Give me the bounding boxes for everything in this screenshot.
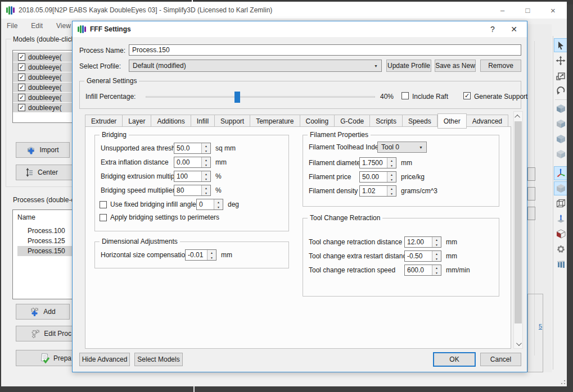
scrollbar-thumb[interactable] — [515, 121, 522, 323]
model-checkbox[interactable]: ✓ — [18, 94, 25, 101]
surface-normal-tool[interactable] — [554, 212, 568, 226]
dialog-scrollbar[interactable] — [513, 111, 523, 349]
bridging-row-label: Unsupported area threshold — [101, 144, 174, 152]
menu-edit[interactable]: Edit — [31, 22, 43, 30]
model-list-item[interactable]: ✓ doubleeye( — [13, 83, 74, 92]
wireframe-tool[interactable] — [554, 197, 568, 211]
processes-list[interactable]: Name Process.100 Process.125 Process.150 — [12, 209, 74, 299]
edit-process-button[interactable]: Edit Proc — [16, 326, 74, 341]
unit-label: sq mm — [215, 144, 236, 152]
fixed-bridging-angle-checkbox[interactable]: ✓ — [100, 201, 107, 208]
infill-slider-handle[interactable] — [234, 92, 240, 103]
filament-diameter-label: Filament diameter — [309, 159, 359, 167]
select-cursor-tool[interactable] — [554, 38, 568, 52]
tab-other[interactable]: Other — [437, 113, 467, 129]
view-cube-4-tool[interactable] — [554, 147, 568, 161]
save-as-new-button[interactable]: Save as New — [435, 60, 476, 72]
process-list-item-selected[interactable]: Process.150 — [17, 246, 73, 256]
process-list-item[interactable]: Process.100 — [17, 226, 74, 236]
scroll-up-button[interactable] — [514, 112, 522, 121]
coordinate-axes-tool[interactable] — [554, 166, 568, 180]
model-list-item[interactable]: ✓ doubleeye( — [13, 103, 74, 112]
model-checkbox[interactable]: ✓ — [18, 74, 25, 81]
bridging-group: Bridging Unsupported area threshold 50.0… — [94, 135, 289, 231]
filament-diameter-spin[interactable]: 1.7500▲▼ — [359, 157, 396, 168]
maximize-button[interactable]: □ — [515, 2, 540, 19]
spin-down-icon: ▼ — [202, 148, 210, 153]
spin-up-icon: ▲ — [432, 237, 441, 242]
profile-dropdown[interactable]: Default (modified) ▼ — [129, 60, 382, 72]
apply-bridging-perimeters-checkbox[interactable]: ✓ — [100, 214, 107, 221]
select-profile-label: Select Profile: — [79, 62, 121, 70]
view-cube-1-tool[interactable] — [554, 102, 568, 116]
model-list-item[interactable]: ✓ doubleeye( — [13, 52, 74, 62]
prepare-to-print-button[interactable]: Prepa — [16, 350, 74, 366]
minimize-button[interactable]: – — [490, 2, 515, 19]
solid-model-tool[interactable] — [554, 181, 568, 195]
view-cube-3-tool[interactable] — [554, 132, 568, 146]
infill-slider[interactable] — [146, 96, 375, 98]
support-structures-tool[interactable] — [554, 257, 568, 271]
tool-change-extra-restart-spin[interactable]: -0.50▲▼ — [404, 250, 441, 262]
model-checkbox[interactable]: ✓ — [18, 53, 25, 61]
dialog-titlebar[interactable]: FFF Settings ? ✕ — [73, 21, 527, 37]
ok-button[interactable]: OK — [434, 353, 475, 366]
model-list-item[interactable]: ✓ doubleeye( — [13, 62, 74, 72]
filament-price-spin[interactable]: 50.00▲▼ — [359, 171, 396, 183]
model-checkbox[interactable]: ✓ — [18, 84, 25, 91]
spin-up-icon: ▲ — [202, 157, 210, 162]
tool-change-retraction-distance-spin[interactable]: 12.00▲▼ — [404, 236, 441, 248]
add-process-button[interactable]: Add — [16, 304, 70, 320]
bridging-extrusion-multiplier-spin[interactable]: 100▲▼ — [174, 171, 211, 182]
bridging-row-label: Bridging extrusion multiplier — [101, 172, 174, 180]
unit-label: mm/min — [446, 266, 470, 274]
unit-label: mm — [446, 238, 457, 246]
update-profile-button[interactable]: Update Profile — [386, 60, 431, 72]
model-list-item[interactable]: ✓ doubleeye( — [13, 72, 74, 82]
extra-inflation-distance-spin[interactable]: 0.00▲▼ — [174, 157, 211, 168]
support-pillars-icon — [556, 259, 566, 270]
hide-advanced-button[interactable]: Hide Advanced — [79, 353, 130, 366]
bridging-speed-multiplier-spin[interactable]: 80▲▼ — [174, 185, 211, 196]
horizontal-size-compensation-spin[interactable]: -0.01▲▼ — [185, 249, 216, 261]
fixed-bridging-angle-spin[interactable]: 0▲▼ — [196, 199, 223, 210]
filament-properties-group: Filament Properties Filament Toolhead In… — [303, 135, 499, 207]
center-button[interactable]: Center — [16, 165, 73, 180]
rotate-tool[interactable] — [554, 84, 568, 98]
general-settings-label: General Settings — [84, 77, 139, 85]
cancel-button[interactable]: Cancel — [480, 353, 521, 366]
generate-support-checkbox[interactable]: ✓ — [463, 92, 471, 99]
dialog-close-button[interactable]: ✕ — [503, 21, 525, 37]
select-models-button[interactable]: Select Models — [134, 353, 183, 366]
process-name-input[interactable]: Process.150 — [129, 44, 521, 56]
tool-change-retraction-speed-spin[interactable]: 600.0▲▼ — [404, 265, 441, 276]
unsupported-area-threshold-spin[interactable]: 50.0▲▼ — [174, 143, 211, 154]
infill-percentage-value: 40% — [380, 93, 394, 101]
machine-settings-tool[interactable] — [554, 242, 568, 256]
close-button[interactable]: × — [540, 2, 566, 19]
move-tool[interactable] — [554, 53, 568, 67]
edit-gears-icon — [30, 329, 40, 339]
filament-density-spin[interactable]: 1.02▲▼ — [359, 185, 396, 197]
include-raft-label: Include Raft — [412, 93, 448, 101]
menu-view[interactable]: View — [56, 22, 71, 30]
menu-file[interactable]: File — [7, 22, 17, 30]
process-list-item[interactable]: Process.125 — [17, 236, 74, 246]
view-cube-2-tool[interactable] — [554, 117, 568, 131]
cross-section-tool[interactable] — [554, 227, 568, 241]
models-list[interactable]: ✓ doubleeye( ✓ doubleeye( ✓ doubleeye( ✓… — [12, 50, 74, 123]
filament-price-label: Filament price — [309, 173, 359, 181]
scroll-down-button[interactable] — [514, 339, 522, 348]
dialog-help-button[interactable]: ? — [482, 21, 503, 37]
include-raft-checkbox[interactable]: ✓ — [401, 92, 409, 99]
general-settings-group: General Settings Infill Percentage: 40% … — [79, 81, 521, 109]
model-list-item[interactable]: ✓ doubleeye( — [13, 93, 74, 102]
model-checkbox[interactable]: ✓ — [18, 63, 25, 71]
import-button[interactable]: Import — [16, 142, 70, 158]
filament-toolhead-dropdown[interactable]: Tool 0▼ — [377, 142, 427, 153]
spin-up-icon: ▲ — [214, 199, 223, 204]
right-toolbar — [553, 36, 568, 370]
scale-tool[interactable] — [554, 69, 568, 83]
model-checkbox[interactable]: ✓ — [18, 104, 25, 111]
remove-profile-button[interactable]: Remove — [480, 60, 521, 72]
